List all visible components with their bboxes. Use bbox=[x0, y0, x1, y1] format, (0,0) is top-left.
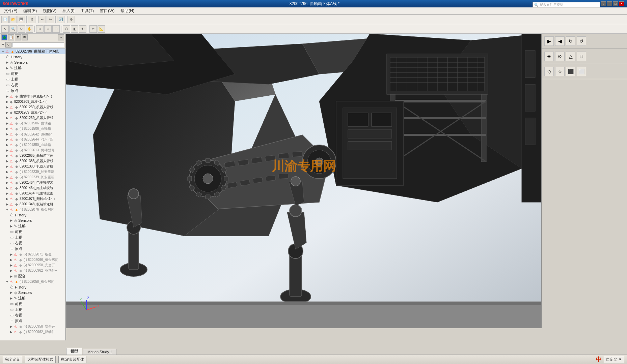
part-item-11[interactable]: ▶ ⚠ ◆ 82001464_电主轴支架 bbox=[0, 191, 65, 196]
rp-triangle-button[interactable]: △ bbox=[566, 52, 575, 61]
open-button[interactable]: 📂 bbox=[9, 16, 17, 23]
hide-show-button[interactable]: 👁 bbox=[79, 25, 86, 33]
annotations-item-1[interactable]: ▶ ✎ 注解 bbox=[0, 65, 65, 71]
mate-group-item[interactable]: ▶ ⊞ 配合 bbox=[0, 273, 65, 279]
rp-rotate-button[interactable]: ↻ bbox=[566, 36, 575, 46]
part-item-1[interactable]: ▶ ⚠ ◆ 曲轴槽下体底板<1>（ bbox=[0, 94, 65, 99]
sensors-item-3[interactable]: ▶ ◎ Sensors bbox=[0, 290, 65, 295]
suppressed-part-2[interactable]: ▶ ⚠ ◆ (-) 82001506_曲轴箱 bbox=[0, 126, 65, 131]
search-bar[interactable]: 🔍 搜索文件与模型 bbox=[533, 2, 600, 7]
history-item-3[interactable]: ⏱ History bbox=[0, 284, 65, 290]
collapse-all-button[interactable]: « bbox=[58, 34, 64, 40]
subassembly-1[interactable]: ▼ ⚠ ▲ (-) 82002076_板金房间 bbox=[0, 207, 65, 212]
3d-viewport[interactable]: X Y Z 川渝专用网 bbox=[66, 34, 541, 328]
menu-view[interactable]: 视图(V) bbox=[40, 7, 59, 14]
menu-window[interactable]: 窗口(W) bbox=[97, 7, 117, 14]
maximize-button[interactable]: □ bbox=[613, 1, 618, 6]
suppressed-part-1[interactable]: ▶ ⚠ ◆ (-) 82001506_曲轴箱 bbox=[0, 121, 65, 126]
right-view-item-2[interactable]: ▭ 右视 bbox=[0, 240, 65, 246]
part-item-13[interactable]: ▶ ⚠ ◆ 82001348_板链输送机 bbox=[0, 202, 65, 207]
display-states-tab[interactable]: 👁 bbox=[22, 34, 28, 40]
filter-input[interactable] bbox=[12, 42, 64, 47]
pan-button[interactable]: ✋ bbox=[26, 25, 33, 33]
measure-button[interactable]: 📐 bbox=[98, 25, 105, 33]
suppressed-part-6[interactable]: ▶ ⚠ ◆ (-) 82002613_两种型号 bbox=[0, 148, 65, 153]
front-view-item[interactable]: ▭ 前视 bbox=[0, 71, 65, 77]
print-button[interactable]: 🖨 bbox=[28, 16, 35, 23]
origin-item-3[interactable]: ⊕ 原点 bbox=[0, 318, 65, 324]
properties-tab[interactable]: 📋 bbox=[8, 34, 14, 40]
suppressed-part-4[interactable]: ▶ ⚠ ◆ (-) 82002644_<1>（新 bbox=[0, 137, 65, 142]
fit-button[interactable]: ⊡ bbox=[52, 25, 60, 33]
suppressed-sub2-part-1[interactable]: ▶ ⚠ ◆ (-) 82000958_安全开 bbox=[0, 324, 65, 329]
front-view-item-2[interactable]: ▭ 前视 bbox=[0, 229, 65, 235]
suppressed-sub-part-2[interactable]: ▶ ⚠ ◆ (-) 82002066_板金房间 bbox=[0, 257, 65, 263]
suppressed-part-5[interactable]: ▶ ⚠ ◆ (-) 82001850_曲轴箱 bbox=[0, 142, 65, 148]
help-button[interactable]: ? bbox=[601, 1, 606, 6]
history-item-1[interactable]: ⏱ History bbox=[0, 54, 65, 60]
tree-root-assembly[interactable]: ▼ ⚠ ▲ 82002796_曲轴箱下体A线 bbox=[0, 49, 65, 54]
zoom-in-button[interactable]: ⊕ bbox=[36, 25, 44, 33]
suppressed-sub-part-4[interactable]: ▶ ⚠ ◆ (-) 82000962_驱动件+ bbox=[0, 268, 65, 273]
suppressed-part-8[interactable]: ▶ ⚠ ◆ (-) 82002239_长安重新 bbox=[0, 175, 65, 180]
part-item-12[interactable]: ▶ ⚠ ◆ 82001975_翻转机<1>（ bbox=[0, 196, 65, 202]
model-tab[interactable]: 模型 bbox=[66, 348, 82, 355]
history-item-2[interactable]: ⏱ History bbox=[0, 212, 65, 218]
rp-view-button-2[interactable]: ◀ bbox=[555, 36, 565, 46]
part-item-2[interactable]: ▶ ◆ 82001209_底板<1>（ bbox=[0, 99, 65, 104]
sensors-item-2[interactable]: ▶ ◎ Sensors bbox=[0, 218, 65, 223]
part-item-10[interactable]: ▶ ⚠ ◆ 82001464_电主轴安装 bbox=[0, 185, 65, 191]
motion-study-tab[interactable]: Motion Study 1 bbox=[83, 349, 116, 355]
top-view-item-3[interactable]: ▭ 上视 bbox=[0, 307, 65, 312]
new-button[interactable]: 📄 bbox=[1, 16, 9, 23]
rp-zoom-out-button[interactable]: ⊗ bbox=[555, 52, 565, 61]
part-item-4[interactable]: ▶ ◆ 82001209_底板<2>（ bbox=[0, 110, 65, 115]
rp-undo-button[interactable]: ↺ bbox=[577, 36, 586, 46]
annotations-item-3[interactable]: ▶ ✎ 注解 bbox=[0, 295, 65, 301]
origin-item[interactable]: ⊕ 原点 bbox=[0, 88, 65, 94]
right-view-item[interactable]: ▭ 右视 bbox=[0, 82, 65, 88]
menu-tools[interactable]: 工具(T) bbox=[78, 7, 97, 14]
right-view-item-3[interactable]: ▭ 右视 bbox=[0, 312, 65, 318]
top-view-item[interactable]: ▭ 上视 bbox=[0, 77, 65, 82]
part-item-5[interactable]: ▶ ⚠ ◆ 82001239_机器人管线 bbox=[0, 115, 65, 121]
part-item-3[interactable]: ▶ ⚠ ◆ 82001239_机器人管线 bbox=[0, 104, 65, 110]
view-orient-button[interactable]: ⬡ bbox=[63, 25, 70, 33]
origin-item-2[interactable]: ⊕ 原点 bbox=[0, 246, 65, 252]
custom-button[interactable]: 自定义 ▼ bbox=[604, 356, 624, 363]
suppressed-sub2-part-2[interactable]: ▶ ⚠ ◆ (-) 82000962_驱动件 bbox=[0, 329, 65, 335]
rebuild-button[interactable]: 🔄 bbox=[57, 16, 64, 23]
subassembly-2[interactable]: ▼ ⚠ ▲ (-) 82002058_板金房间 bbox=[0, 279, 65, 284]
filter-button[interactable]: ▽ bbox=[5, 42, 11, 48]
front-view-item-3[interactable]: ▭ 前视 bbox=[0, 301, 65, 307]
rp-square-button[interactable]: □ bbox=[577, 52, 586, 61]
part-item-8[interactable]: ▶ ⚠ ◆ 82001383_机器人管线 bbox=[0, 164, 65, 169]
rp-fill-button[interactable]: ⬛ bbox=[566, 67, 575, 76]
menu-insert[interactable]: 插入(I) bbox=[60, 7, 77, 14]
configuration-tab[interactable]: ⚙ bbox=[15, 34, 21, 40]
section-view-button[interactable]: ✂ bbox=[89, 25, 97, 33]
close-button[interactable]: ✕ bbox=[619, 1, 624, 6]
rp-empty-button[interactable]: ⬜ bbox=[577, 67, 586, 76]
top-view-item-2[interactable]: ▭ 上视 bbox=[0, 235, 65, 240]
rp-zoom-in-button[interactable]: ⊕ bbox=[544, 52, 554, 61]
display-style-button[interactable]: ◧ bbox=[71, 25, 78, 33]
menu-edit[interactable]: 编辑(E) bbox=[21, 7, 39, 14]
save-button[interactable]: 💾 bbox=[18, 16, 25, 23]
minimize-button[interactable]: ─ bbox=[607, 1, 612, 6]
rp-diamond-button[interactable]: ◇ bbox=[544, 67, 554, 76]
menu-file[interactable]: 文件(F) bbox=[1, 7, 20, 14]
part-item-9[interactable]: ▶ ⚠ ◆ 82001464_电主轴安装 bbox=[0, 180, 65, 185]
suppressed-part-7[interactable]: ▶ ⚠ ◆ (-) 82002239_长安重新 bbox=[0, 169, 65, 175]
rp-star-button[interactable]: ☆ bbox=[555, 67, 565, 76]
options-button[interactable]: ⚙ bbox=[67, 16, 75, 23]
suppressed-sub-part-1[interactable]: ▶ ⚠ ◆ (-) 82002071_板金 bbox=[0, 252, 65, 257]
feature-tree-tab[interactable]: 🌲 bbox=[1, 34, 7, 40]
menu-help[interactable]: 帮助(H) bbox=[118, 7, 137, 14]
sensors-item-1[interactable]: ▶ ◎ Sensors bbox=[0, 60, 65, 65]
zoom-out-button[interactable]: ⊖ bbox=[44, 25, 52, 33]
redo-button[interactable]: ↪ bbox=[47, 16, 54, 23]
suppressed-sub-part-3[interactable]: ▶ ⚠ ◆ (-) 82000958_安全开 bbox=[0, 263, 65, 268]
select-button[interactable]: ↖ bbox=[1, 25, 9, 33]
annotations-item-2[interactable]: ▶ ✎ 注解 bbox=[0, 223, 65, 229]
